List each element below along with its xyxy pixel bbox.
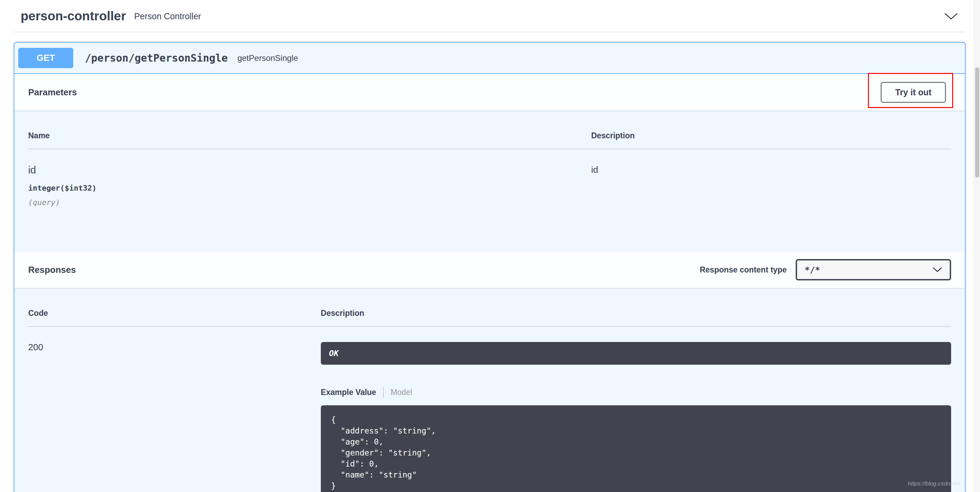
chevron-down-icon [932,267,942,272]
parameters-table: Name Description id integer($int32) (que… [14,110,965,252]
responses-table: Code Description 200 OK Example Value Mo… [14,288,965,492]
http-method-badge: GET [18,48,73,68]
controller-name: person-controller [21,9,126,23]
response-content-type-select[interactable]: */* [796,259,951,280]
response-column-code: Code [28,309,321,327]
scrollbar[interactable] [974,0,980,492]
tab-model[interactable]: Model [391,388,412,397]
response-code-cell: 200 [28,327,321,492]
param-description-cell: id [591,149,951,207]
param-type: integer($int32) [28,184,591,192]
scrollbar-thumb[interactable] [975,67,979,178]
param-name-cell: id integer($int32) (query) [28,149,591,207]
param-column-name: Name [28,131,591,149]
response-description-cell: OK Example Value Model { "address": "str… [321,327,951,492]
operation-block-get: GET /person/getPersonSingle getPersonSin… [14,42,966,492]
operation-summary-text: getPersonSingle [237,53,298,63]
param-description: id [591,164,951,175]
responses-header: Responses Response content type */* [14,252,965,288]
example-json-block: { "address": "string", "age": 0, "gender… [321,405,951,492]
try-it-out-button[interactable]: Try it out [881,82,946,103]
response-code: 200 [28,342,321,353]
swagger-page: person-controller Person Controller GET … [0,0,980,492]
parameters-header: Parameters Try it out [14,74,965,110]
main-container: person-controller Person Controller GET … [0,0,980,492]
operation-path: /person/getPersonSingle [85,52,228,64]
param-name: id [28,164,591,176]
tab-divider [383,387,384,397]
controller-header[interactable]: person-controller Person Controller [14,0,966,32]
response-description-box: OK [321,342,951,365]
example-model-tabs: Example Value Model [321,387,951,397]
parameters-title: Parameters [28,87,77,98]
response-column-description: Description [321,309,951,327]
try-it-out-wrapper: Try it out [881,82,946,103]
controller-description: Person Controller [134,11,201,21]
response-content-type-label: Response content type [700,265,787,275]
responses-title: Responses [28,264,76,275]
param-location: (query) [28,198,591,207]
watermark: https://blog.csdn.net [908,480,960,487]
operation-summary[interactable]: GET /person/getPersonSingle getPersonSin… [14,43,965,74]
param-column-description: Description [591,131,951,149]
content-type-value: */* [805,265,820,275]
tab-example-value[interactable]: Example Value [321,388,376,397]
collapse-chevron-icon[interactable] [944,13,958,20]
